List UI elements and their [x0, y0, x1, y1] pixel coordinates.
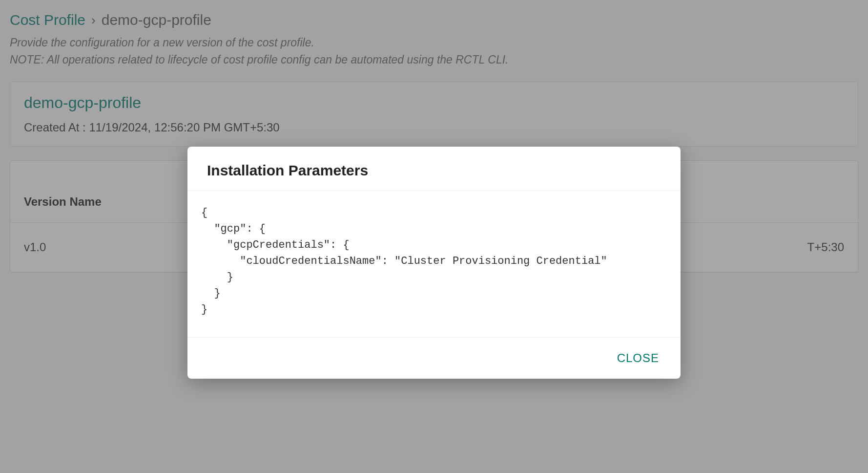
modal-body-json: { "gcp": { "gcpCredentials": { "cloudCre… [187, 191, 681, 338]
modal-header: Installation Parameters [187, 147, 681, 191]
modal-footer: CLOSE [187, 338, 681, 379]
modal-title: Installation Parameters [207, 162, 661, 179]
modal-overlay[interactable]: Installation Parameters { "gcp": { "gcpC… [0, 0, 868, 473]
close-button[interactable]: CLOSE [611, 347, 665, 369]
installation-parameters-modal: Installation Parameters { "gcp": { "gcpC… [187, 147, 681, 379]
